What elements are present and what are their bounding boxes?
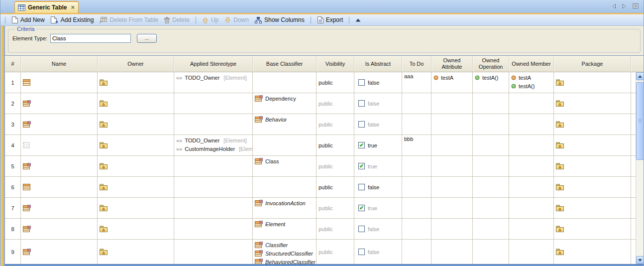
is-abstract-checkbox[interactable] (358, 205, 365, 211)
owned-member-cell[interactable] (509, 177, 554, 197)
table-row[interactable]: 7MCallActionUML2 MetamodelMInvocationAct… (5, 198, 636, 219)
toolbar-grip[interactable] (4, 16, 6, 24)
package-cell[interactable]: UML2 Metamodel (554, 198, 631, 218)
owned-attribute-cell[interactable] (431, 219, 473, 239)
visibility-cell[interactable]: public (317, 219, 354, 239)
applied-stereotype-cell[interactable] (174, 93, 253, 114)
is-abstract-checkbox[interactable] (358, 121, 365, 128)
owned-operation-cell[interactable] (473, 177, 509, 197)
row-number-cell[interactable]: 8 (5, 219, 21, 239)
is-abstract-cell[interactable]: false (354, 114, 402, 134)
owned-member-cell[interactable] (509, 219, 554, 239)
delete-button[interactable]: Delete (161, 15, 193, 24)
column-header-base-classifier[interactable]: Base Classifier (253, 56, 317, 72)
name-cell[interactable]: MBehavior (21, 156, 98, 176)
name-cell[interactable]: MCollaboration (21, 240, 98, 264)
row-number-cell[interactable]: 1 (5, 72, 21, 93)
table-row[interactable]: 4bData«»TODO_Owner[Element]«»CustomImage… (5, 135, 636, 156)
element-type-input[interactable] (50, 34, 131, 43)
name-cell[interactable]: b (21, 135, 98, 155)
name-cell[interactable]: a (21, 72, 98, 93)
package-cell[interactable]: UML2 Metamodel (554, 219, 631, 239)
tab-list-icon[interactable] (633, 3, 639, 9)
owned-operation-cell[interactable]: testA() (473, 72, 509, 93)
column-header-owner[interactable]: Owner (98, 56, 174, 72)
owner-cell[interactable]: UML2 Metamodel (98, 156, 174, 176)
is-abstract-cell[interactable]: true (354, 198, 402, 218)
to-do-cell[interactable] (402, 240, 431, 264)
column-header-visibility[interactable]: Visibility (317, 56, 354, 72)
left-splitter[interactable] (0, 26, 5, 266)
name-cell[interactable]: MActivity (21, 114, 98, 134)
is-abstract-cell[interactable]: false (354, 240, 402, 264)
prev-tab-icon[interactable] (612, 3, 616, 9)
toolbar-grip[interactable] (195, 16, 197, 24)
table-row[interactable]: 5MBehaviorUML2 MetamodelMClasspublictrue… (5, 156, 636, 177)
table-row[interactable]: 9MCollaborationUML2 MetamodelMClassifier… (5, 240, 636, 264)
base-classifier-cell[interactable]: MElement (253, 219, 317, 239)
row-number-cell[interactable]: 5 (5, 156, 21, 176)
row-number-cell[interactable]: 7 (5, 198, 21, 218)
is-abstract-cell[interactable]: true (354, 135, 402, 155)
is-abstract-cell[interactable]: false (354, 93, 402, 114)
name-cell[interactable]: c (21, 177, 98, 197)
owner-cell[interactable]: UML2 Metamodel (98, 93, 174, 114)
up-button[interactable]: Up (199, 15, 221, 24)
package-cell[interactable]: UML2 Metamodel (554, 240, 631, 264)
is-abstract-checkbox[interactable] (358, 184, 365, 190)
name-cell[interactable]: MAbstraction (21, 93, 98, 114)
package-cell[interactable]: UML2 Metamodel (554, 156, 631, 176)
toolbar-grip[interactable] (310, 16, 312, 24)
owned-member-cell[interactable] (509, 114, 554, 134)
visibility-cell[interactable]: public (317, 135, 354, 155)
column-header-name[interactable]: Name (21, 56, 98, 72)
name-cell[interactable]: MClause (21, 219, 98, 239)
element-type-browse-button[interactable]: ... (137, 34, 157, 43)
base-classifier-cell[interactable]: MClass (253, 156, 317, 176)
owned-attribute-cell[interactable]: testA (431, 72, 473, 93)
applied-stereotype-cell[interactable] (174, 219, 253, 239)
owner-cell[interactable]: UML2 Metamodel (98, 114, 174, 134)
to-do-cell[interactable] (402, 219, 431, 239)
package-cell[interactable]: UML2 Metamodel (554, 114, 631, 134)
owned-attribute-cell[interactable] (431, 114, 473, 134)
owner-cell[interactable]: UML2 Metamodel (98, 240, 174, 264)
row-number-cell[interactable]: 4 (5, 135, 21, 155)
owned-member-cell[interactable] (509, 156, 554, 176)
base-classifier-cell[interactable]: MClassifierMStructuredClassifierMBehavio… (253, 240, 317, 264)
base-classifier-cell[interactable] (253, 177, 317, 197)
table-row[interactable]: 2MAbstractionUML2 MetamodelMDependencypu… (5, 93, 636, 114)
visibility-cell[interactable]: public (317, 114, 354, 134)
is-abstract-cell[interactable]: false (354, 177, 402, 197)
to-do-cell[interactable] (402, 114, 431, 134)
tab-close-icon[interactable]: × (71, 5, 75, 10)
column-header-is-abstract[interactable]: Is Abstract (354, 56, 402, 72)
owned-member-cell[interactable]: testAtestA() (509, 72, 554, 93)
row-number-cell[interactable]: 9 (5, 240, 21, 264)
down-button[interactable]: Down (221, 15, 252, 24)
owned-attribute-cell[interactable] (431, 177, 473, 197)
is-abstract-cell[interactable]: false (354, 72, 402, 93)
column-header-owned-operation[interactable]: Owned Operation (473, 56, 509, 72)
is-abstract-checkbox[interactable] (358, 249, 365, 255)
owner-cell[interactable]: UML2 Metamodel (98, 198, 174, 218)
package-cell[interactable]: Data (554, 72, 631, 93)
show-columns-button[interactable]: Show Columns (252, 15, 308, 24)
visibility-cell[interactable]: public (317, 198, 354, 218)
scrollbar-thumb[interactable] (636, 82, 644, 160)
column-header-num[interactable]: # (5, 56, 21, 72)
delete-from-table-button[interactable]: Delete From Table (97, 15, 161, 24)
package-cell[interactable]: Data (554, 135, 631, 155)
toolbar-grip[interactable] (348, 16, 350, 24)
scroll-down-icon[interactable] (636, 256, 644, 264)
owner-cell[interactable]: UML2 Metamodel (98, 219, 174, 239)
applied-stereotype-cell[interactable] (174, 156, 253, 176)
add-existing-button[interactable]: Add Existing (48, 15, 97, 24)
is-abstract-checkbox[interactable] (358, 226, 365, 232)
column-header-owned-attribute[interactable]: Owned Attribute (431, 56, 473, 72)
column-header-to-do[interactable]: To Do (402, 56, 431, 72)
vertical-scrollbar[interactable] (636, 72, 644, 264)
owned-member-cell[interactable] (509, 93, 554, 114)
applied-stereotype-cell[interactable] (174, 240, 253, 264)
owned-attribute-cell[interactable] (431, 198, 473, 218)
